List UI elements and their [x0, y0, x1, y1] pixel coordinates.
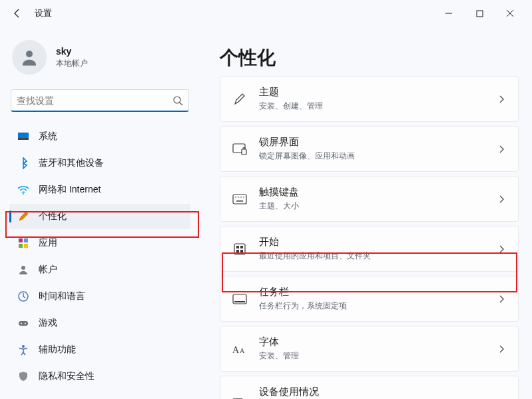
- nav-gaming[interactable]: 游戏: [9, 310, 190, 336]
- svg-rect-12: [19, 321, 28, 326]
- card-fonts[interactable]: AA 字体 安装、管理: [220, 326, 519, 372]
- bluetooth-icon: [17, 157, 29, 169]
- svg-point-21: [240, 197, 242, 198]
- card-start[interactable]: 开始 最近使用的应用和项目、文件夹: [220, 226, 519, 272]
- card-title: 触摸键盘: [259, 186, 485, 199]
- card-title: 开始: [259, 236, 485, 248]
- nav-system[interactable]: 系统: [9, 124, 190, 149]
- titlebar: 设置: [0, 0, 532, 27]
- svg-rect-0: [477, 11, 483, 17]
- svg-point-2: [174, 97, 180, 103]
- system-icon: [17, 131, 29, 143]
- maximize-button[interactable]: [464, 3, 495, 24]
- lockscreen-icon: [232, 142, 247, 157]
- svg-point-5: [23, 193, 24, 195]
- svg-rect-8: [19, 244, 23, 248]
- chevron-right-icon: [497, 344, 506, 354]
- card-title: 锁屏界面: [259, 136, 485, 149]
- chevron-right-icon: [497, 195, 506, 204]
- gamepad-icon: [17, 317, 29, 329]
- svg-rect-27: [236, 250, 239, 252]
- card-title: 设备使用情况: [259, 386, 485, 398]
- person-icon: [17, 264, 29, 276]
- nav-label: 网络和 Internet: [39, 184, 101, 196]
- nav-privacy[interactable]: 隐私和安全性: [9, 364, 190, 389]
- search-box[interactable]: [11, 89, 189, 112]
- card-themes[interactable]: 主题 安装、创建、管理: [220, 76, 519, 122]
- user-account-type: 本地帐户: [56, 58, 88, 69]
- svg-point-15: [22, 345, 25, 348]
- svg-rect-17: [242, 149, 246, 155]
- svg-point-14: [25, 323, 26, 324]
- card-device-usage[interactable]: 设备使用情况 选择你计划使用设备的所有方法，以在 Microsoft 体验中获取…: [220, 376, 519, 399]
- close-button[interactable]: [495, 3, 525, 24]
- content-area: 个性化 主题 安装、创建、管理 锁屏界面 锁定屏幕图像、应用和动画: [200, 27, 532, 399]
- card-subtitle: 任务栏行为，系统固定项: [259, 300, 485, 312]
- minimize-button[interactable]: [433, 3, 464, 24]
- nav-personalization[interactable]: 个性化: [9, 204, 190, 229]
- back-button[interactable]: [7, 3, 28, 24]
- card-subtitle: 安装、管理: [259, 350, 485, 362]
- card-touch-keyboard[interactable]: 触摸键盘 主题、大小: [220, 176, 519, 222]
- nav-bluetooth[interactable]: 蓝牙和其他设备: [9, 151, 190, 176]
- sidebar: sky 本地帐户 系统 蓝牙和其他设备: [0, 27, 200, 399]
- nav-label: 隐私和安全性: [39, 370, 95, 382]
- paintbrush-icon: [17, 210, 29, 222]
- svg-text:A: A: [232, 345, 240, 355]
- user-name: sky: [56, 46, 88, 57]
- card-title: 字体: [259, 336, 485, 348]
- wifi-icon: [17, 184, 29, 196]
- nav-label: 应用: [39, 237, 57, 249]
- window-title: 设置: [35, 7, 52, 19]
- svg-point-19: [235, 197, 236, 198]
- svg-point-20: [238, 197, 239, 198]
- nav-accessibility[interactable]: 辅助功能: [9, 337, 190, 362]
- nav-time-language[interactable]: 时间和语言: [9, 284, 190, 309]
- svg-rect-30: [234, 301, 245, 302]
- chevron-right-icon: [497, 244, 506, 254]
- nav-network[interactable]: 网络和 Internet: [9, 177, 190, 202]
- nav-label: 蓝牙和其他设备: [39, 157, 104, 169]
- card-title: 任务栏: [259, 286, 485, 298]
- svg-point-10: [21, 266, 25, 270]
- nav-accounts[interactable]: 帐户: [9, 257, 190, 282]
- svg-rect-9: [24, 244, 28, 248]
- card-taskbar[interactable]: 任务栏 任务栏行为，系统固定项: [220, 276, 519, 322]
- svg-point-13: [21, 323, 22, 324]
- clock-globe-icon: [17, 290, 29, 302]
- svg-rect-18: [233, 195, 246, 204]
- taskbar-icon: [232, 292, 247, 306]
- user-block[interactable]: sky 本地帐户: [7, 33, 193, 88]
- selection-indicator: [9, 210, 11, 222]
- chevron-right-icon: [497, 145, 506, 154]
- apps-icon: [17, 237, 29, 249]
- svg-rect-24: [234, 244, 245, 254]
- svg-point-22: [243, 197, 244, 198]
- card-title: 主题: [259, 86, 485, 99]
- svg-rect-23: [236, 200, 243, 202]
- svg-rect-28: [240, 250, 243, 252]
- svg-rect-25: [236, 246, 239, 248]
- svg-rect-6: [19, 238, 23, 242]
- chevron-right-icon: [497, 95, 506, 104]
- svg-rect-4: [18, 138, 29, 140]
- page-title: 个性化: [220, 45, 519, 71]
- nav-label: 帐户: [39, 264, 57, 276]
- svg-point-1: [26, 51, 33, 57]
- nav-label: 辅助功能: [39, 344, 76, 356]
- search-input[interactable]: [17, 95, 172, 106]
- card-subtitle: 最近使用的应用和项目、文件夹: [259, 250, 485, 262]
- avatar: [12, 40, 47, 75]
- accessibility-icon: [17, 344, 29, 356]
- nav-apps[interactable]: 应用: [9, 230, 190, 256]
- nav-label: 系统: [39, 131, 57, 143]
- search-icon: [172, 95, 183, 106]
- nav-label: 时间和语言: [39, 290, 85, 302]
- keyboard-icon: [232, 192, 247, 206]
- svg-rect-7: [24, 238, 28, 242]
- nav-label: 个性化: [39, 210, 67, 222]
- svg-rect-26: [240, 246, 243, 248]
- nav-list: 系统 蓝牙和其他设备 网络和 Internet 个性化 应用: [7, 124, 193, 389]
- card-subtitle: 锁定屏幕图像、应用和动画: [259, 151, 485, 162]
- card-lockscreen[interactable]: 锁屏界面 锁定屏幕图像、应用和动画: [220, 126, 519, 172]
